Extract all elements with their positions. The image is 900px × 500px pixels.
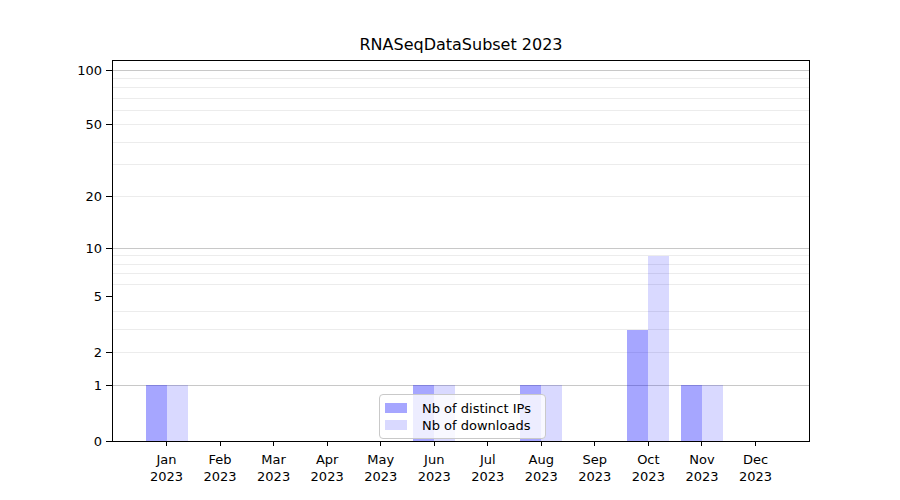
y-tick-label: 20 [62, 190, 102, 203]
bar-distinct-ips-jan [146, 385, 167, 441]
minor-gridline [113, 142, 809, 143]
y-tick-mark [106, 385, 112, 386]
y-tick-mark [106, 124, 112, 125]
minor-gridline [113, 264, 809, 265]
y-tick-label: 5 [62, 290, 102, 303]
x-tick-mark [380, 441, 381, 446]
y-tick-mark [106, 296, 112, 297]
x-tick-label-aug: Aug2023 [511, 451, 571, 485]
x-tick-mark [273, 441, 274, 446]
minor-gridline [113, 78, 809, 79]
y-tick-label: 0 [62, 435, 102, 448]
x-tick-mark [701, 441, 702, 446]
y-tick-mark [106, 196, 112, 197]
minor-gridline [113, 98, 809, 99]
minor-gridline [113, 273, 809, 274]
plot-area [112, 60, 810, 442]
y-tick-mark [106, 352, 112, 353]
minor-gridline [113, 255, 809, 256]
bar-downloads-jan [167, 385, 188, 441]
minor-gridline [113, 124, 809, 125]
y-tick-mark [106, 441, 112, 442]
legend-swatch-downloads [385, 420, 407, 430]
x-tick-label-sep: Sep2023 [565, 451, 625, 485]
y-tick-mark [106, 70, 112, 71]
x-tick-label-feb: Feb2023 [190, 451, 250, 485]
y-tick-label: 50 [62, 118, 102, 131]
major-gridline [113, 248, 809, 249]
x-tick-mark [755, 441, 756, 446]
x-tick-mark [220, 441, 221, 446]
minor-gridline [113, 110, 809, 111]
chart-title: RNASeqDataSubset 2023 [112, 35, 810, 54]
bar-distinct-ips-nov [681, 385, 702, 441]
x-tick-mark [594, 441, 595, 446]
major-gridline [113, 70, 809, 71]
x-tick-label-jan: Jan2023 [137, 451, 197, 485]
y-tick-label: 2 [62, 346, 102, 359]
x-tick-mark [434, 441, 435, 446]
minor-gridline [113, 311, 809, 312]
x-tick-mark [166, 441, 167, 446]
x-tick-mark [648, 441, 649, 446]
minor-gridline [113, 329, 809, 330]
y-tick-mark [106, 248, 112, 249]
y-tick-label: 1 [62, 379, 102, 392]
legend: Nb of distinct IPs Nb of downloads [379, 394, 546, 439]
bar-distinct-ips-oct [627, 330, 648, 441]
x-tick-label-jun: Jun2023 [404, 451, 464, 485]
legend-item-distinct-ips: Nb of distinct IPs [385, 402, 545, 415]
x-tick-mark [541, 441, 542, 446]
y-tick-label: 100 [62, 64, 102, 77]
x-tick-label-dec: Dec2023 [725, 451, 785, 485]
x-tick-mark [487, 441, 488, 446]
x-tick-label-mar: Mar2023 [244, 451, 304, 485]
minor-gridline [113, 284, 809, 285]
minor-gridline [113, 196, 809, 197]
x-tick-label-may: May2023 [351, 451, 411, 485]
x-tick-label-jul: Jul2023 [458, 451, 518, 485]
legend-swatch-distinct-ips [385, 403, 407, 413]
legend-item-downloads: Nb of downloads [385, 419, 545, 432]
x-tick-label-nov: Nov2023 [672, 451, 732, 485]
legend-label: Nb of distinct IPs [422, 402, 531, 415]
minor-gridline [113, 352, 809, 353]
x-tick-mark [327, 441, 328, 446]
legend-label: Nb of downloads [422, 419, 530, 432]
x-tick-label-apr: Apr2023 [297, 451, 357, 485]
minor-gridline [113, 164, 809, 165]
x-tick-label-oct: Oct2023 [618, 451, 678, 485]
bar-downloads-nov [702, 385, 723, 441]
y-tick-label: 10 [62, 242, 102, 255]
figure: RNASeqDataSubset 2023 0125102050100 Jan2… [0, 0, 900, 500]
bar-downloads-oct [648, 256, 669, 441]
minor-gridline [113, 87, 809, 88]
